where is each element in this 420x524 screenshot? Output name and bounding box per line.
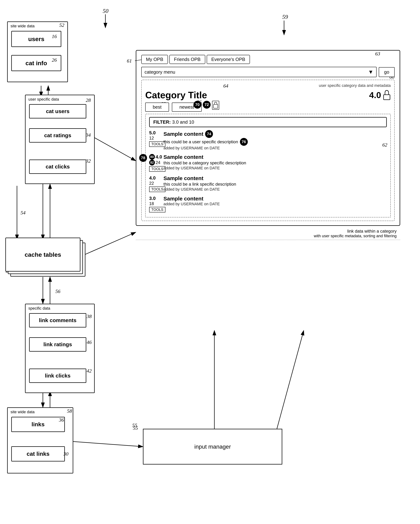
- svg-text:61: 61: [127, 58, 132, 64]
- sort-row: best newest 70 72: [145, 103, 391, 112]
- label-38: 38: [87, 314, 92, 319]
- badge-78: 78: [139, 154, 147, 162]
- badge-71: [212, 101, 219, 110]
- label-30: 30: [63, 451, 69, 457]
- label-58: 58: [67, 408, 72, 414]
- rating-display: 4.0: [369, 90, 391, 100]
- outer-panel: My OPB Friends OPB Everyone's OPB catego…: [136, 50, 400, 226]
- input-manager-box: input manager: [143, 429, 282, 464]
- specific-data-box: specific data link comments link ratings…: [25, 304, 95, 393]
- link-data-label: link data within a category: [136, 229, 400, 234]
- cache-tables-box: cache tables: [5, 238, 80, 271]
- inner-content-box: FILTER: 3.0 and 10 5.0 12 TOOLS: [145, 114, 391, 218]
- item-2-tools[interactable]: TOOLS: [149, 166, 166, 172]
- label-46: 46: [87, 340, 92, 345]
- category-title: Category Title: [145, 90, 207, 100]
- cat-ratings-box: cat ratings: [29, 128, 86, 143]
- cat-clicks-box: cat clicks: [29, 159, 86, 174]
- content-item-3: 4.0 22 TOOLS Sample content this could b…: [149, 175, 387, 192]
- item-1-tools[interactable]: TOOLS: [149, 141, 166, 147]
- item-3-right: Sample content this could be a link spec…: [164, 175, 387, 192]
- svg-text:50: 50: [103, 8, 108, 14]
- item-3-left: 4.0 22 TOOLS: [149, 175, 164, 192]
- label-42: 42: [87, 368, 92, 374]
- label-28: 28: [86, 97, 91, 103]
- cat-users-box: cat users: [29, 104, 86, 118]
- link-clicks-box: link clicks: [29, 368, 86, 383]
- item-3-tools[interactable]: TOOLS: [149, 186, 166, 192]
- item-2-left: 80 4.0 82 24 TOOLS: [149, 154, 164, 172]
- badge-74: 74: [205, 130, 213, 138]
- svg-rect-33: [384, 95, 390, 100]
- content-item-2: 78 80 4.0 82 24 TOOLS: [149, 154, 387, 172]
- category-menu-row: category menu ▼ go: [141, 67, 395, 77]
- chevron-down-icon: ▼: [368, 69, 373, 75]
- badge-72: 72: [203, 101, 211, 109]
- item-1-right: Sample content 74 this could be a user s…: [164, 130, 387, 150]
- badge-76: 76: [240, 138, 248, 146]
- cat-title-row: Category Title 4.0: [145, 90, 391, 100]
- site-wide-top-box: site wide data users cat info: [7, 21, 68, 82]
- svg-text:59: 59: [282, 14, 288, 20]
- badge-70: 70: [193, 101, 201, 109]
- item-4-right: Sample content added by USERNAME on DATE: [164, 196, 387, 212]
- svg-line-19: [277, 331, 304, 429]
- item-1-left: 5.0 12 TOOLS: [149, 130, 164, 150]
- metadata-label: user specific category data and metadata: [145, 83, 391, 88]
- item-4-left: 3.0 18 TOOLS: [149, 196, 164, 212]
- content-item-4: 3.0 18 TOOLS Sample content added by USE…: [149, 196, 387, 212]
- tab-row: My OPB Friends OPB Everyone's OPB: [141, 55, 395, 64]
- ui-panel: My OPB Friends OPB Everyone's OPB catego…: [136, 50, 400, 240]
- cat-links-box: cat links: [11, 446, 65, 462]
- filter-bar: FILTER: 3.0 and 10: [149, 117, 387, 127]
- tab-my-opb[interactable]: My OPB: [141, 55, 168, 64]
- svg-rect-34: [213, 104, 218, 108]
- sort-tabs: best newest: [145, 103, 391, 112]
- link-ratings-box: link ratings: [29, 337, 86, 352]
- tab-friends-opb[interactable]: Friends OPB: [169, 55, 205, 64]
- svg-text:54: 54: [21, 210, 26, 216]
- site-wide-top-title: site wide data: [10, 24, 35, 28]
- svg-line-16: [79, 232, 136, 257]
- site-wide-bottom-title: site wide data: [10, 410, 35, 414]
- links-box: links: [11, 417, 65, 432]
- label-16: 16: [52, 34, 57, 39]
- content-item-1: 5.0 12 TOOLS Sample content 74 this coul…: [149, 130, 387, 150]
- content-dashed-area: user specific category data and metadata…: [141, 80, 395, 221]
- svg-line-17: [70, 441, 143, 447]
- label-34: 34: [86, 132, 91, 138]
- link-comments-box: link comments: [29, 313, 86, 327]
- badge-82: 82: [149, 160, 155, 166]
- badge-80: 80: [149, 154, 155, 160]
- user-specific-box: user specific data cat users cat ratings…: [25, 95, 95, 184]
- go-button[interactable]: go: [379, 67, 395, 77]
- item-4-tools[interactable]: TOOLS: [149, 207, 166, 212]
- label-32: 32: [86, 158, 91, 164]
- user-specific-title: user specific data: [28, 97, 59, 102]
- label-55: 55: [133, 425, 138, 431]
- label-36: 36: [59, 417, 64, 423]
- svg-line-15: [91, 136, 136, 161]
- lock-icon: [383, 90, 391, 100]
- item-2-right: Sample content this could be a category …: [164, 154, 387, 172]
- specific-data-title: specific data: [28, 306, 50, 311]
- svg-text:56: 56: [55, 288, 60, 294]
- label-26: 26: [52, 57, 57, 63]
- link-data-sub: with user specific metadata, sorting and…: [136, 234, 400, 240]
- category-menu-select[interactable]: category menu ▼: [141, 67, 376, 77]
- tab-everyone-opb[interactable]: Everyone's OPB: [207, 55, 250, 64]
- badge-row: 70 72: [193, 101, 219, 110]
- label-52: 52: [59, 22, 64, 28]
- sort-tab-best[interactable]: best: [145, 103, 169, 112]
